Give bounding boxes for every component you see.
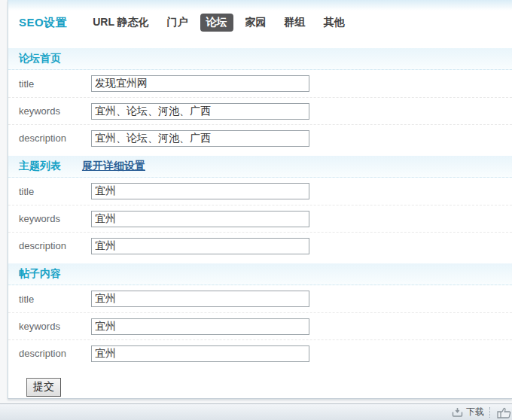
field-label: title bbox=[19, 294, 91, 305]
field-label: keywords bbox=[19, 105, 91, 117]
status-bar-separator bbox=[489, 407, 490, 418]
status-bar: 下载 bbox=[0, 403, 512, 420]
thumbs-up-icon[interactable] bbox=[495, 406, 512, 418]
section-thread-list: 主题列表 展开详细设置 title keywords description bbox=[8, 156, 512, 259]
download-icon bbox=[452, 407, 463, 417]
forum-index-description-input[interactable] bbox=[91, 130, 309, 147]
thread-list-description-input[interactable] bbox=[91, 238, 309, 254]
download-control[interactable]: 下载 bbox=[452, 406, 484, 418]
field-label: keywords bbox=[19, 321, 91, 332]
section-header: 论坛首页 bbox=[8, 48, 512, 70]
section-title: 论坛首页 bbox=[19, 52, 61, 65]
tab-portal[interactable]: 门户 bbox=[161, 14, 194, 32]
field-row-title: title bbox=[8, 70, 512, 97]
seo-settings-page: SEO设置 URL 静态化 门户 论坛 家园 群组 其他 论坛首页 title … bbox=[0, 0, 512, 420]
page-title: SEO设置 bbox=[19, 16, 67, 30]
download-label: 下载 bbox=[466, 406, 484, 418]
tab-group[interactable]: 群组 bbox=[279, 14, 312, 32]
section-header: 帖子内容 bbox=[8, 263, 512, 285]
section-post-content: 帖子内容 title keywords description bbox=[8, 263, 512, 367]
thread-list-keywords-input[interactable] bbox=[91, 211, 309, 227]
field-row-description: description bbox=[8, 232, 512, 259]
content-panel: SEO设置 URL 静态化 门户 论坛 家园 群组 其他 论坛首页 title … bbox=[8, 0, 512, 399]
thread-list-title-input[interactable] bbox=[91, 183, 309, 199]
field-row-title: title bbox=[8, 178, 512, 205]
post-content-description-input[interactable] bbox=[91, 345, 309, 362]
section-header: 主题列表 展开详细设置 bbox=[8, 156, 512, 178]
post-content-title-input[interactable] bbox=[91, 291, 309, 307]
forum-index-keywords-input[interactable] bbox=[91, 103, 309, 120]
post-content-keywords-input[interactable] bbox=[91, 318, 309, 335]
field-row-keywords: keywords bbox=[8, 205, 512, 232]
tab-forum[interactable]: 论坛 bbox=[200, 14, 233, 32]
field-label: description bbox=[19, 132, 91, 144]
field-label: title bbox=[19, 78, 91, 90]
field-label: description bbox=[19, 240, 91, 251]
field-row-description: description bbox=[8, 124, 512, 151]
tab-url-static[interactable]: URL 静态化 bbox=[87, 14, 154, 32]
section-forum-index: 论坛首页 title keywords description bbox=[8, 48, 512, 151]
section-title: 主题列表 bbox=[19, 160, 61, 173]
tab-bar: URL 静态化 门户 论坛 家园 群组 其他 bbox=[87, 14, 356, 32]
forum-index-title-input[interactable] bbox=[91, 75, 309, 92]
expand-detail-settings-link[interactable]: 展开详细设置 bbox=[82, 160, 145, 173]
tab-other[interactable]: 其他 bbox=[318, 14, 351, 32]
tab-home[interactable]: 家园 bbox=[239, 14, 273, 32]
field-label: title bbox=[19, 186, 91, 197]
field-row-keywords: keywords bbox=[8, 312, 512, 339]
field-row-keywords: keywords bbox=[8, 97, 512, 124]
section-title: 帖子内容 bbox=[19, 267, 61, 281]
field-label: description bbox=[19, 348, 91, 359]
field-label: keywords bbox=[19, 213, 91, 224]
submit-button[interactable]: 提交 bbox=[26, 378, 61, 397]
header: SEO设置 URL 静态化 门户 论坛 家园 群组 其他 bbox=[8, 0, 512, 33]
field-row-description: description bbox=[8, 339, 512, 367]
field-row-title: title bbox=[8, 285, 512, 312]
